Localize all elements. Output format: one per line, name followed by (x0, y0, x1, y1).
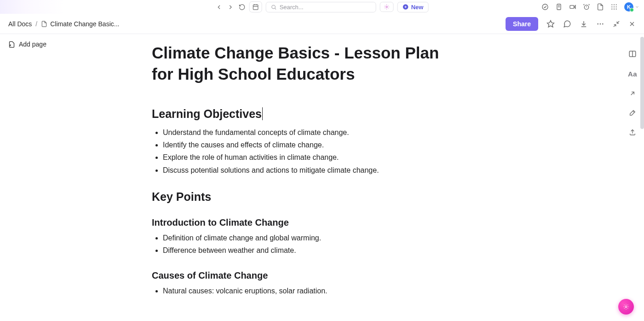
heading-causes[interactable]: Causes of Climate Change (152, 270, 455, 281)
list-item[interactable]: Natural causes: volcanic eruptions, sola… (163, 285, 455, 297)
list-item[interactable]: Difference between weather and climate. (163, 244, 455, 257)
document-icon (41, 21, 47, 27)
svg-point-6 (386, 6, 388, 8)
breadcrumb-current[interactable]: Climate Change Basic... (41, 20, 119, 28)
history-icon[interactable] (239, 4, 246, 11)
avatar[interactable]: K (624, 2, 633, 12)
ai-fab-button[interactable] (618, 299, 634, 315)
font-style-button[interactable]: Aa (628, 70, 637, 78)
svg-point-24 (614, 6, 615, 7)
list-item[interactable]: Definition of climate change and global … (163, 232, 455, 244)
svg-line-19 (589, 4, 590, 5)
new-button[interactable]: New (397, 2, 429, 12)
share-button[interactable]: Share (506, 17, 538, 31)
list-item[interactable]: Explore the role of human activities in … (163, 151, 455, 163)
avatar-initial: K (627, 4, 631, 10)
star-icon[interactable] (546, 20, 555, 28)
add-page-button[interactable]: Add page (8, 41, 102, 48)
document-content: Climate Change Basics - Lesson Plan for … (152, 42, 455, 297)
ai-fab-icon (622, 303, 630, 310)
arrow-diag-icon[interactable] (629, 90, 636, 97)
svg-point-25 (616, 6, 617, 7)
svg-point-44 (625, 306, 627, 308)
svg-point-23 (611, 6, 612, 7)
search-placeholder: Search... (280, 4, 304, 11)
search-icon (271, 4, 277, 10)
add-page-label: Add page (19, 41, 46, 48)
list-causes: Natural causes: volcanic eruptions, sola… (152, 285, 455, 297)
heading-intro[interactable]: Introduction to Climate Change (152, 217, 455, 228)
sub-right-controls: Share (506, 17, 636, 31)
svg-line-36 (614, 24, 616, 27)
main-area: Add page Climate Change Basics - Lesson … (0, 34, 644, 321)
doc-icon[interactable] (597, 3, 604, 11)
svg-point-20 (611, 4, 612, 5)
svg-point-4 (272, 5, 276, 9)
left-column: Add page (0, 34, 110, 321)
svg-point-27 (614, 9, 615, 10)
list-item[interactable]: Understand the fundamental concepts of c… (163, 126, 455, 139)
upload-icon[interactable] (629, 128, 636, 136)
svg-point-34 (602, 23, 604, 24)
svg-line-18 (583, 4, 584, 5)
svg-point-28 (616, 9, 617, 10)
notepad-icon[interactable] (555, 3, 563, 11)
check-circle-icon[interactable] (541, 3, 549, 11)
list-intro: Definition of climate change and global … (152, 232, 455, 257)
svg-line-41 (631, 92, 634, 95)
svg-marker-29 (547, 20, 554, 27)
back-icon[interactable] (216, 4, 223, 11)
svg-line-42 (633, 111, 634, 112)
svg-point-21 (614, 4, 615, 5)
close-icon[interactable] (628, 20, 636, 28)
svg-point-33 (600, 23, 601, 24)
svg-point-32 (597, 23, 598, 24)
ai-sparkle-icon (384, 4, 390, 10)
svg-line-5 (275, 8, 276, 9)
scrollbar[interactable] (640, 37, 644, 129)
svg-line-35 (617, 21, 619, 23)
record-icon[interactable] (569, 3, 576, 11)
wand-icon[interactable] (629, 109, 636, 117)
list-learning-objectives: Understand the fundamental concepts of c… (152, 126, 455, 176)
heading-key-points[interactable]: Key Points (152, 190, 455, 204)
comment-icon[interactable] (563, 20, 571, 28)
chevron-down-icon[interactable] (635, 5, 639, 9)
document-body[interactable]: Climate Change Basics - Lesson Plan for … (110, 34, 644, 321)
apps-grid-icon[interactable] (610, 3, 618, 11)
app-top-bar: Search... New K (0, 0, 644, 14)
add-page-icon (8, 41, 15, 48)
collapse-icon[interactable] (613, 20, 620, 28)
calendar-icon[interactable] (249, 1, 262, 12)
new-button-label: New (411, 4, 424, 11)
breadcrumb-separator: / (35, 20, 37, 28)
list-item[interactable]: Identify the causes and effects of clima… (163, 139, 455, 151)
svg-rect-0 (253, 5, 258, 9)
svg-point-10 (542, 4, 548, 10)
ai-button[interactable] (380, 2, 394, 12)
page-title[interactable]: Climate Change Basics - Lesson Plan for … (152, 42, 455, 84)
heading-learning-objectives[interactable]: Learning Objectives (152, 107, 455, 121)
top-center-controls: Search... New (216, 1, 429, 12)
download-icon[interactable] (580, 20, 588, 28)
sub-header: All Docs / Climate Change Basic... Share (0, 14, 644, 34)
more-icon[interactable] (596, 20, 604, 28)
alarm-icon[interactable] (583, 3, 590, 11)
plus-circle-icon (402, 4, 409, 10)
search-input[interactable]: Search... (266, 2, 376, 12)
svg-rect-14 (570, 6, 574, 9)
svg-point-26 (611, 9, 612, 10)
share-button-label: Share (513, 20, 531, 28)
svg-point-22 (616, 4, 617, 5)
top-right-controls: K (541, 2, 639, 12)
layout-icon[interactable] (628, 50, 637, 58)
nav-arrows (216, 4, 246, 11)
breadcrumb-current-label: Climate Change Basic... (50, 20, 119, 28)
breadcrumb: All Docs / Climate Change Basic... (8, 20, 119, 28)
forward-icon[interactable] (227, 4, 234, 11)
list-item[interactable]: Discuss potential solutions and actions … (163, 164, 455, 176)
breadcrumb-root[interactable]: All Docs (8, 20, 32, 28)
